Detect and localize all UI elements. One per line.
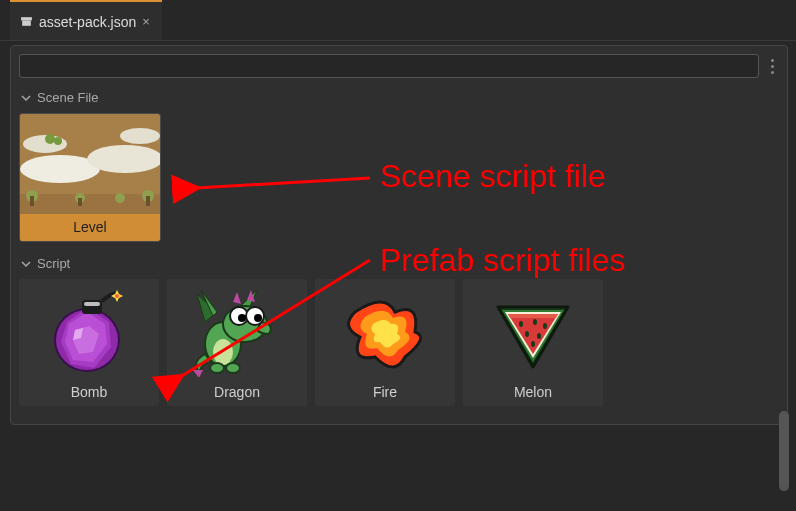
scrollbar[interactable] [779, 411, 789, 491]
scene-file-grid: Level [19, 111, 779, 252]
chevron-down-icon [21, 93, 31, 103]
section-title-scene: Scene File [37, 90, 98, 105]
svg-rect-10 [146, 196, 150, 206]
svg-rect-3 [20, 194, 160, 214]
section-header-script[interactable]: Script [19, 252, 779, 277]
asset-label: Dragon [167, 379, 307, 406]
svg-point-42 [525, 331, 529, 337]
svg-point-33 [238, 314, 246, 322]
asset-tile-bomb[interactable]: Bomb [19, 279, 159, 406]
search-input[interactable] [19, 54, 759, 78]
toolbar-row [19, 54, 779, 78]
svg-point-41 [543, 323, 547, 329]
asset-tile-melon[interactable]: Melon [463, 279, 603, 406]
section-title-script: Script [37, 256, 70, 271]
svg-point-15 [45, 134, 55, 144]
svg-point-28 [213, 339, 233, 365]
close-icon[interactable]: × [142, 14, 150, 29]
asset-label: Level [20, 214, 160, 241]
level-thumbnail [20, 114, 160, 214]
svg-point-37 [210, 363, 224, 373]
svg-rect-7 [78, 198, 82, 206]
editor-body: Scene File [10, 45, 788, 511]
asset-tile-fire[interactable]: Fire [315, 279, 455, 406]
tab-title: asset-pack.json [39, 14, 136, 30]
svg-rect-5 [30, 196, 34, 206]
svg-point-12 [87, 145, 160, 173]
svg-rect-24 [84, 302, 100, 306]
asset-label: Fire [315, 379, 455, 406]
asset-tile-level[interactable]: Level [19, 113, 161, 242]
asset-tile-dragon[interactable]: Dragon [167, 279, 307, 406]
svg-point-40 [533, 319, 537, 325]
svg-point-34 [254, 314, 262, 322]
bomb-thumbnail [19, 279, 159, 379]
tab-asset-pack[interactable]: asset-pack.json × [10, 2, 162, 40]
svg-rect-0 [21, 17, 32, 20]
svg-rect-1 [22, 20, 31, 25]
svg-point-44 [531, 341, 535, 347]
asset-label: Melon [463, 379, 603, 406]
kebab-menu-icon[interactable] [765, 55, 779, 77]
script-grid: Bomb [19, 277, 779, 416]
fire-thumbnail [315, 279, 455, 379]
asset-panel: Scene File [10, 45, 788, 425]
tab-bar: asset-pack.json × [0, 0, 796, 41]
svg-marker-35 [233, 292, 241, 304]
svg-point-8 [115, 193, 125, 203]
svg-point-43 [537, 333, 541, 339]
svg-point-16 [54, 137, 62, 145]
melon-thumbnail [463, 279, 603, 379]
svg-marker-29 [193, 370, 203, 377]
chevron-down-icon [21, 259, 31, 269]
editor-window: asset-pack.json × Scene File [0, 0, 796, 511]
file-icon [20, 14, 33, 29]
dragon-thumbnail [167, 279, 307, 379]
svg-point-39 [519, 321, 523, 327]
svg-point-14 [120, 128, 160, 144]
asset-label: Bomb [19, 379, 159, 406]
svg-point-38 [226, 363, 240, 373]
svg-point-26 [115, 294, 119, 298]
section-header-scene-file[interactable]: Scene File [19, 86, 779, 111]
